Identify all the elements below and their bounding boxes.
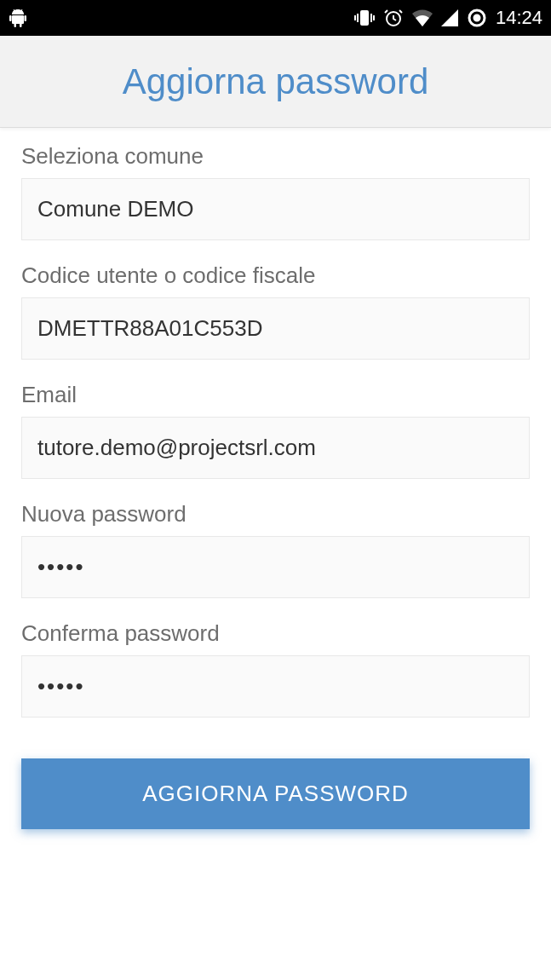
signal-icon — [441, 9, 458, 26]
nuova-password-input[interactable]: ••••• — [21, 536, 530, 598]
svg-rect-6 — [20, 23, 22, 27]
nuova-password-field-group: Nuova password ••••• — [21, 501, 530, 598]
email-field-group: Email — [21, 382, 530, 479]
conferma-password-label: Conferma password — [21, 620, 530, 647]
svg-rect-5 — [14, 23, 17, 27]
comune-select[interactable]: Comune DEMO — [21, 178, 530, 240]
status-time: 14:24 — [496, 7, 542, 29]
comune-label: Seleziona comune — [21, 143, 530, 170]
submit-button[interactable]: AGGIORNA PASSWORD — [21, 758, 530, 829]
email-label: Email — [21, 382, 530, 408]
wifi-icon — [412, 9, 433, 26]
comune-field-group: Seleziona comune Comune DEMO — [21, 143, 530, 240]
svg-rect-7 — [361, 11, 368, 25]
codice-input[interactable] — [21, 297, 530, 360]
codice-label: Codice utente o codice fiscale — [21, 262, 530, 289]
email-input[interactable] — [21, 417, 530, 479]
svg-rect-3 — [9, 15, 12, 21]
update-password-form: Seleziona comune Comune DEMO Codice uten… — [0, 128, 551, 845]
conferma-password-input[interactable]: ••••• — [21, 655, 530, 718]
circle-dot-icon — [467, 8, 487, 28]
android-robot-icon — [9, 8, 27, 28]
conferma-password-field-group: Conferma password ••••• — [21, 620, 530, 718]
page-title: Aggiorna password — [123, 61, 429, 102]
codice-field-group: Codice utente o codice fiscale — [21, 262, 530, 360]
status-right: 14:24 — [354, 7, 542, 29]
svg-rect-4 — [25, 15, 27, 21]
app-header: Aggiorna password — [0, 36, 551, 128]
svg-rect-2 — [12, 15, 24, 24]
status-left — [9, 8, 27, 28]
svg-point-14 — [474, 15, 479, 20]
alarm-icon — [383, 8, 404, 28]
nuova-password-label: Nuova password — [21, 501, 530, 527]
vibrate-icon — [354, 9, 375, 27]
status-bar: 14:24 — [0, 0, 551, 36]
